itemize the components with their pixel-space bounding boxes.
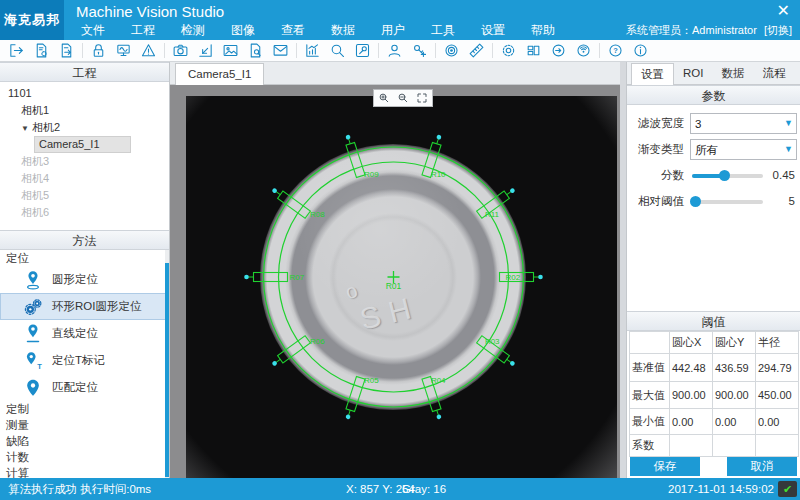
method-circle-locate[interactable]: 圆形定位 xyxy=(0,266,169,293)
menu-data[interactable]: 数据 xyxy=(318,22,368,40)
method-line-locate[interactable]: 直线定位 xyxy=(0,320,169,347)
menu-inspect[interactable]: 检测 xyxy=(168,22,218,40)
camera-image[interactable]: o SH R01R02R03R04R05R06R07R08R09R10R11 xyxy=(186,96,617,478)
cell-value[interactable]: 294.79 xyxy=(756,354,799,382)
calibration-button[interactable] xyxy=(439,41,464,61)
slider-thumb[interactable] xyxy=(690,196,701,207)
settings-button[interactable] xyxy=(496,41,521,61)
mail-button[interactable] xyxy=(268,41,293,61)
project-settings-button[interactable] xyxy=(29,41,54,61)
import-image-button[interactable] xyxy=(193,41,218,61)
caliper-endpoint[interactable] xyxy=(345,414,351,420)
cell-value[interactable]: 442.48 xyxy=(670,354,713,382)
cell-value[interactable]: 450.00 xyxy=(756,382,799,409)
tools-button[interactable] xyxy=(350,41,375,61)
cell-value[interactable]: 0.00 xyxy=(670,409,713,435)
right-panel-scrollbar[interactable] xyxy=(620,62,627,478)
method-category-locate[interactable]: 定位 xyxy=(0,250,169,266)
cell-value[interactable]: 436.59 xyxy=(713,354,756,382)
tab-camera5-i1[interactable]: Camera5_I1 xyxy=(175,63,264,85)
zoom-out-button[interactable] xyxy=(396,91,410,105)
status-check-button[interactable]: ✔ xyxy=(778,481,797,497)
caliper-endpoint[interactable] xyxy=(436,134,442,140)
cell-value[interactable]: 900.00 xyxy=(713,382,756,409)
filter-width-select[interactable]: 3▼ xyxy=(690,113,797,134)
tree-item-camera4[interactable]: 相机4 xyxy=(0,170,169,187)
menu-view[interactable]: 查看 xyxy=(268,22,318,40)
lock-button[interactable] xyxy=(86,41,111,61)
tab-roi[interactable]: ROI xyxy=(674,63,712,84)
cell-value[interactable] xyxy=(670,435,713,457)
tree-expand-caret[interactable]: ▼ xyxy=(21,124,29,133)
tree-item-camera5-i1[interactable]: Camera5_I1 xyxy=(0,136,169,153)
user-button[interactable] xyxy=(382,41,407,61)
menu-tools[interactable]: 工具 xyxy=(418,22,468,40)
method-category-count[interactable]: 计数 xyxy=(0,449,169,465)
alarm-button[interactable] xyxy=(136,41,161,61)
switch-user-link[interactable]: [切换] xyxy=(764,24,792,36)
tree-item-camera3[interactable]: 相机3 xyxy=(0,153,169,170)
run-loop-button[interactable] xyxy=(546,41,571,61)
method-t-mark-locate[interactable]: 定位T标记 xyxy=(0,347,169,374)
export-project-button[interactable] xyxy=(54,41,79,61)
tree-item-camera5[interactable]: 相机5 xyxy=(0,187,169,204)
exit-button[interactable] xyxy=(4,41,29,61)
fit-view-button[interactable] xyxy=(415,91,429,105)
caliper-handle[interactable] xyxy=(244,273,287,282)
log-view-button[interactable] xyxy=(243,41,268,61)
method-category-calc[interactable]: 计算 xyxy=(0,465,169,478)
menu-settings[interactable]: 设置 xyxy=(468,22,518,40)
layout-button[interactable] xyxy=(521,41,546,61)
tree-item-camera2[interactable]: ▼相机2 xyxy=(0,119,169,136)
slider-thumb[interactable] xyxy=(719,170,730,181)
zoom-in-button[interactable] xyxy=(377,91,391,105)
statistics-button[interactable] xyxy=(300,41,325,61)
method-category-custom[interactable]: 定制 xyxy=(0,401,169,417)
menu-user[interactable]: 用户 xyxy=(368,22,418,40)
row-label: 最大值 xyxy=(630,382,670,409)
menu-help[interactable]: 帮助 xyxy=(518,22,568,40)
monitor-button[interactable] xyxy=(111,41,136,61)
tab-settings[interactable]: 设置 xyxy=(631,63,674,86)
menu-image[interactable]: 图像 xyxy=(218,22,268,40)
cell-value[interactable]: 0.00 xyxy=(756,409,799,435)
tab-flow[interactable]: 流程 xyxy=(753,63,794,84)
cell-value[interactable] xyxy=(756,435,799,457)
caliper-endpoint[interactable] xyxy=(244,275,249,280)
close-button[interactable]: ✕ xyxy=(777,1,790,21)
cancel-button[interactable]: 取消 xyxy=(727,457,797,476)
camera-button[interactable] xyxy=(168,41,193,61)
cell-value[interactable]: 900.00 xyxy=(670,382,713,409)
tree-item-camera6[interactable]: 相机6 xyxy=(0,204,169,221)
caliper-endpoint[interactable] xyxy=(538,275,543,280)
caliper-handle[interactable] xyxy=(270,186,310,219)
roi-overlay[interactable]: R01R02R03R04R05R06R07R08R09R10R11 xyxy=(186,96,617,478)
permissions-button[interactable] xyxy=(407,41,432,61)
tree-item-1101[interactable]: 1101 xyxy=(0,85,169,102)
caliper-endpoint[interactable] xyxy=(345,134,351,140)
cell-value[interactable]: 0.00 xyxy=(713,409,756,435)
measure-button[interactable] xyxy=(464,41,489,61)
menu-file[interactable]: 文件 xyxy=(68,22,118,40)
method-category-measure[interactable]: 测量 xyxy=(0,417,169,433)
gradient-type-select[interactable]: 所有▼ xyxy=(690,139,797,160)
score-slider[interactable] xyxy=(690,166,765,185)
method-ring-roi-circle-locate[interactable]: 环形ROI圆形定位 xyxy=(0,293,169,320)
method-category-defect[interactable]: 缺陷 xyxy=(0,433,169,449)
save-button[interactable]: 保存 xyxy=(630,457,700,476)
image-library-button[interactable] xyxy=(218,41,243,61)
help-button[interactable] xyxy=(603,41,628,61)
cell-value[interactable] xyxy=(713,435,756,457)
search-button[interactable] xyxy=(325,41,350,61)
method-match-locate[interactable]: 匹配定位 xyxy=(0,374,169,401)
image-viewer[interactable]: o SH R01R02R03R04R05R06R07R08R09R10R11 xyxy=(170,85,620,478)
menu-project[interactable]: 工程 xyxy=(118,22,168,40)
relative-threshold-slider[interactable] xyxy=(690,192,765,211)
method-scrollbar-thumb[interactable] xyxy=(165,263,169,477)
about-button[interactable] xyxy=(628,41,653,61)
tree-item-camera1[interactable]: 相机1 xyxy=(0,102,169,119)
tab-data[interactable]: 数据 xyxy=(712,63,753,84)
caliper-handle[interactable] xyxy=(270,336,310,369)
communication-button[interactable] xyxy=(571,41,596,61)
caliper-endpoint[interactable] xyxy=(436,414,442,420)
